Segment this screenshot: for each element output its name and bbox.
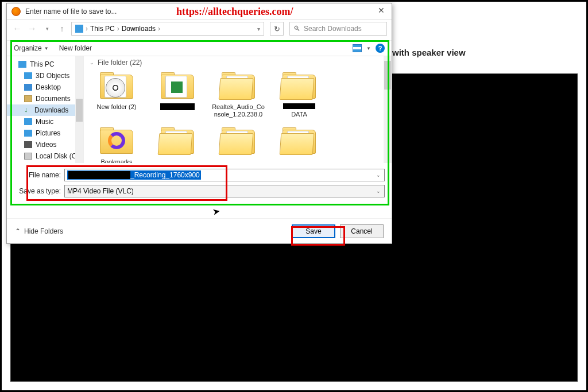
folder-icon	[98, 125, 136, 156]
downloads-icon	[24, 107, 31, 114]
breadcrumb-bar[interactable]: › This PC › Downloads › ▾	[71, 22, 264, 36]
search-placeholder: Search Downloads	[304, 25, 362, 33]
pictures-icon	[24, 130, 32, 137]
dialog-toolbar: Organize ▼ New folder ▼ ?	[7, 40, 392, 56]
refresh-icon: ↻	[274, 25, 280, 33]
sidebar-item-documents[interactable]: Documents	[7, 93, 83, 104]
close-icon[interactable]: ✕	[376, 6, 387, 17]
dialog-titlebar: Enter name of file to save to... ✕ https…	[7, 3, 392, 20]
chevron-up-icon: ⌃	[15, 227, 21, 235]
file-view[interactable]: ⌄ File folder (22) New folder (2) Realte…	[84, 56, 392, 163]
sidebar-item-music[interactable]: Music	[7, 116, 83, 127]
chevron-right-icon: ›	[86, 25, 88, 33]
folder-item[interactable]: Bookmarks Backup	[90, 125, 144, 163]
folder-tree: This PC 3D Objects Desktop Documents Dow…	[7, 56, 84, 163]
refresh-button[interactable]: ↻	[270, 22, 284, 36]
dialog-footer: ⌃ Hide Folders Save Cancel	[7, 218, 392, 243]
chevron-down-icon: ▼	[44, 46, 49, 51]
folder-item[interactable]	[150, 125, 204, 163]
folder-icon	[219, 125, 257, 156]
savetype-label: Save as type:	[14, 187, 64, 195]
save-file-dialog: Enter name of file to save to... ✕ https…	[6, 3, 392, 244]
folder-item[interactable]	[211, 125, 265, 163]
scrollbar-thumb[interactable]	[76, 99, 83, 122]
sidebar-scrollbar[interactable]	[75, 56, 83, 163]
hide-folders-toggle[interactable]: ⌃ Hide Folders	[15, 227, 63, 235]
sidebar-item-3d-objects[interactable]: 3D Objects	[7, 70, 83, 81]
documents-icon	[24, 95, 32, 102]
chevron-down-icon[interactable]: ⌄	[376, 188, 381, 194]
folder-item[interactable]	[150, 70, 204, 118]
nav-back-icon[interactable]: ←	[11, 24, 23, 34]
page-heading: with speaker view	[392, 48, 578, 57]
search-box[interactable]: 🔍︎ Search Downloads	[289, 22, 387, 36]
folder-item[interactable]: DATA	[272, 70, 326, 118]
folder-item[interactable]: Realtek_Audio_Console_1.20.238.0	[211, 70, 265, 118]
folder-icon	[158, 70, 196, 101]
filename-label: File name:	[14, 171, 64, 179]
folder-item[interactable]: New folder (2)	[90, 70, 144, 118]
scrollbar-thumb[interactable]	[384, 61, 391, 90]
sidebar-item-desktop[interactable]: Desktop	[7, 81, 83, 93]
nav-up-icon[interactable]: ↑	[56, 24, 68, 33]
disk-icon	[24, 153, 32, 160]
fileview-scrollbar[interactable]	[384, 56, 392, 163]
drive-icon	[75, 25, 83, 33]
organize-button[interactable]: Organize ▼	[14, 44, 49, 52]
folder-icon	[158, 125, 196, 156]
music-icon	[24, 118, 32, 125]
sidebar-item-local-disk[interactable]: Local Disk (C:)	[7, 150, 83, 162]
dialog-main: This PC 3D Objects Desktop Documents Dow…	[7, 56, 392, 163]
chevron-down-icon[interactable]: ⌄	[376, 172, 381, 178]
pc-icon	[18, 61, 26, 68]
sidebar-item-videos[interactable]: Videos	[7, 139, 83, 150]
desktop-icon	[24, 84, 32, 91]
folder-item[interactable]	[272, 125, 326, 163]
folder-icon	[280, 70, 318, 101]
sidebar-item-this-pc[interactable]: This PC	[7, 59, 83, 70]
new-folder-button[interactable]: New folder	[59, 44, 92, 52]
redacted-label	[160, 103, 195, 110]
sidebar-item-downloads[interactable]: Downloads	[7, 104, 83, 116]
redacted-text	[68, 171, 130, 179]
breadcrumb-root[interactable]: This PC	[90, 25, 115, 33]
chevron-down-icon[interactable]: ▼	[366, 46, 371, 51]
help-icon[interactable]: ?	[376, 44, 385, 53]
search-icon: 🔍︎	[293, 25, 300, 33]
folder-icon	[219, 70, 257, 101]
cursor-icon: ➤	[211, 205, 220, 218]
nav-forward-icon[interactable]: →	[26, 24, 38, 34]
nav-recent-dropdown[interactable]: ▾	[41, 26, 53, 32]
sidebar-item-pictures[interactable]: Pictures	[7, 127, 83, 139]
view-options-button[interactable]	[353, 44, 362, 52]
3d-objects-icon	[24, 72, 32, 79]
collapse-icon[interactable]: ⌄	[90, 60, 94, 65]
navigation-row: ← → ▾ ↑ › This PC › Downloads › ▾ ↻ 🔍︎ S…	[7, 20, 392, 38]
breadcrumb-dropdown-icon[interactable]: ▾	[257, 26, 260, 32]
breadcrumb-current[interactable]: Downloads	[122, 25, 156, 33]
cancel-button[interactable]: Cancel	[340, 224, 384, 238]
save-button[interactable]: Save	[292, 224, 335, 238]
dialog-title: Enter name of file to save to...	[25, 7, 117, 15]
group-header[interactable]: ⌄ File folder (22)	[90, 59, 386, 67]
firefox-icon	[11, 7, 21, 16]
chevron-right-icon: ›	[158, 25, 160, 33]
videos-icon	[24, 141, 32, 148]
save-form: File name: _Recording_1760x900 ⌄ Save as…	[7, 163, 392, 203]
savetype-select[interactable]: MP4 Video File (VLC) ⌄	[64, 185, 385, 197]
folder-icon	[98, 70, 136, 101]
folder-icon	[280, 125, 318, 156]
filename-input[interactable]: _Recording_1760x900 ⌄	[64, 169, 385, 181]
chevron-right-icon: ›	[117, 25, 119, 33]
watermark-text: https://alltechqueries.com/	[176, 6, 293, 18]
